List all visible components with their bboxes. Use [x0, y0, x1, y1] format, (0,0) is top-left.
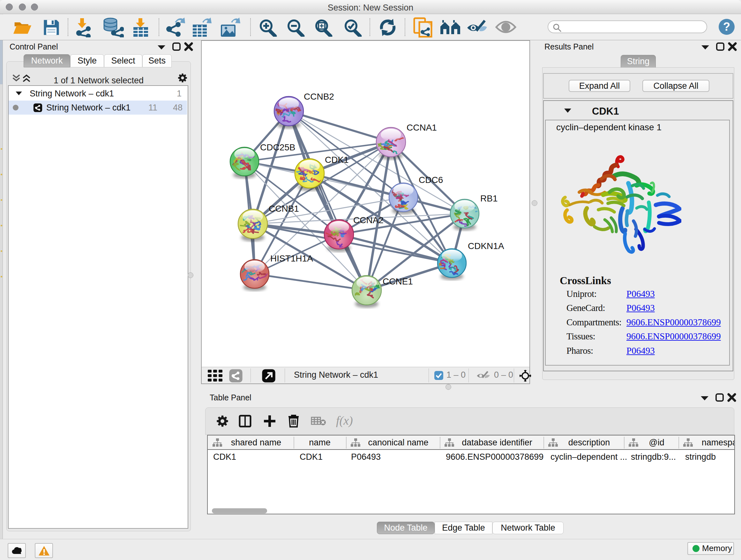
- svg-text:CCNB1: CCNB1: [269, 204, 299, 213]
- svg-text:CDC25B: CDC25B: [260, 142, 295, 152]
- svg-text:CCNA1: CCNA1: [407, 123, 437, 132]
- svg-text:CDC6: CDC6: [419, 175, 443, 185]
- svg-text:HIST1H1A: HIST1H1A: [270, 253, 313, 263]
- svg-text:CCNE1: CCNE1: [383, 276, 413, 287]
- svg-text:CDKN1A: CDKN1A: [468, 241, 504, 251]
- svg-text:CCNA2: CCNA2: [353, 215, 384, 225]
- svg-text:CDK1: CDK1: [325, 155, 349, 165]
- svg-text:RB1: RB1: [480, 193, 497, 203]
- svg-text:CCNB2: CCNB2: [304, 91, 334, 102]
